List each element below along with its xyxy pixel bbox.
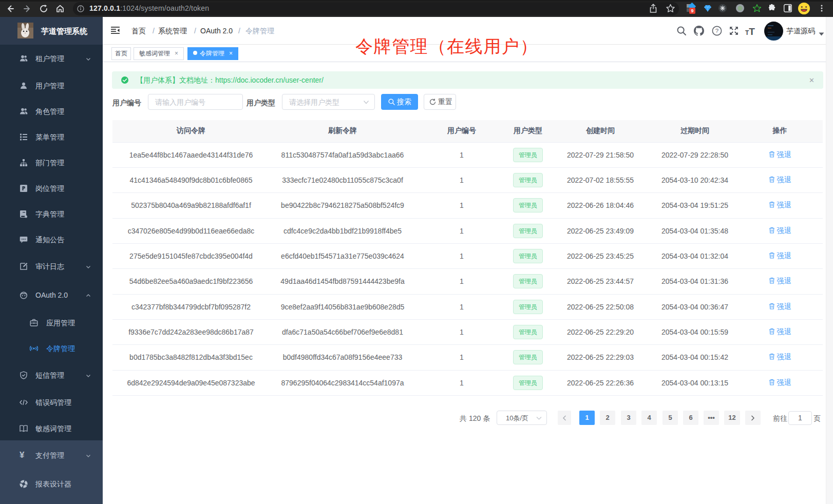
svg-text:?: ? (715, 28, 718, 34)
